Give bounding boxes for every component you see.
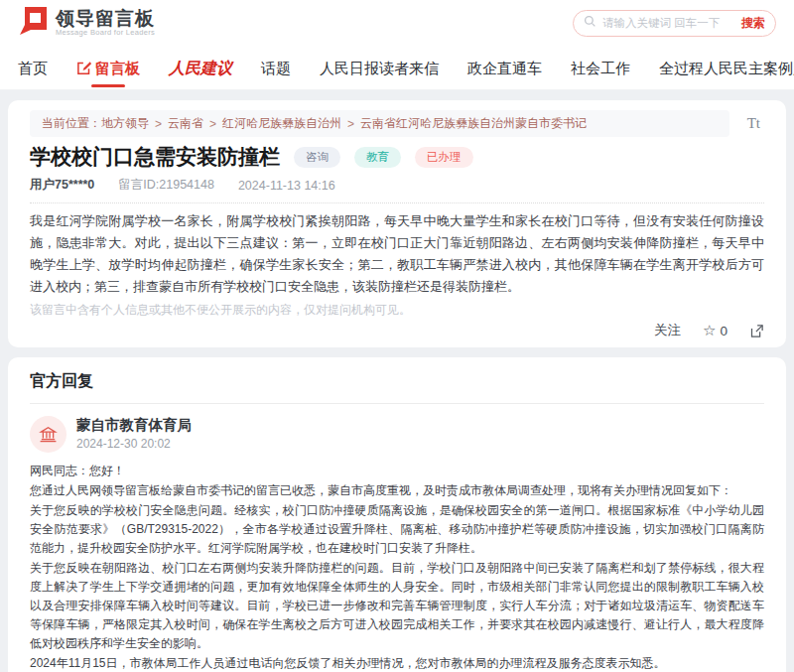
nav-item-gov-business-line[interactable]: 政企直通车	[467, 46, 542, 89]
government-building-icon	[39, 425, 58, 444]
reply-paragraph: 关于您反映在朝阳路边、校门口左右两侧均安装升降防撞栏的问题。目前，学校门口及朝阳…	[30, 559, 764, 653]
star-count: 0	[720, 324, 728, 338]
reply-paragraph: 2024年11月15日，市教体局工作人员通过电话向您反馈了相关办理情况，您对市教…	[30, 654, 764, 672]
star-icon: ☆	[703, 322, 716, 339]
speech-bubble-logo-icon	[18, 6, 48, 40]
reply-date: 2024-12-30 20:02	[76, 437, 192, 451]
logo-subtitle: Message Board for Leaders	[56, 28, 155, 37]
message-date: 2024-11-13 14:16	[238, 179, 335, 193]
share-button[interactable]	[749, 324, 764, 338]
breadcrumb-link-honghe[interactable]: 红河哈尼族彝族自治州	[222, 115, 341, 132]
message-title: 学校校门口急需安装防撞栏	[30, 144, 280, 170]
message-user: 用户75****0	[30, 177, 94, 194]
pencil-square-icon	[76, 61, 91, 75]
message-body: 我是红河学院附属学校一名家长，附属学校校门紧挨朝阳路，每天早中晚大量学生和家长在…	[30, 210, 764, 298]
status-badge: 已办理	[415, 147, 473, 168]
breadcrumb-link-mengzi-secretary[interactable]: 云南省红河哈尼族彝族自治州蒙自市委书记	[360, 115, 587, 132]
tag-field: 教育	[354, 147, 401, 168]
search-box: 搜索	[573, 10, 776, 37]
agency-avatar	[30, 416, 66, 453]
nav-item-social-work[interactable]: 社会工作	[571, 46, 630, 89]
breadcrumb-row: 当前位置： 地方领导 > 云南省 > 红河哈尼族彝族自治州 > 云南省红河哈尼族…	[30, 110, 764, 137]
breadcrumb-link-local-leaders[interactable]: 地方领导	[101, 115, 149, 132]
nav-item-people-suggestions[interactable]: 人民建议	[169, 46, 232, 89]
breadcrumb-separator: >	[347, 117, 354, 131]
logo-title: 领导留言板	[56, 9, 155, 29]
message-card: 当前位置： 地方领导 > 云南省 > 红河哈尼族彝族自治州 > 云南省红河哈尼族…	[8, 100, 786, 347]
divider	[30, 202, 764, 203]
share-icon	[749, 324, 764, 338]
divider	[30, 403, 764, 404]
agency-name: 蒙自市教育体育局	[76, 416, 192, 435]
page-header: 领导留言板 Message Board for Leaders 搜索	[0, 0, 794, 46]
tag-category: 咨询	[294, 147, 340, 168]
message-id: 留言ID:21954148	[118, 177, 214, 194]
nav-item-message-board[interactable]: 留言板	[76, 46, 140, 89]
main-nav: 首页 留言板 人民建议 话题 人民日报读者来信 政企直通车 社会工作 全过程人民…	[0, 46, 794, 90]
nav-item-home[interactable]: 首页	[18, 46, 48, 89]
nav-item-topics[interactable]: 话题	[261, 46, 291, 89]
content-area: 当前位置： 地方领导 > 云南省 > 红河哈尼族彝族自治州 > 云南省红河哈尼族…	[0, 90, 794, 672]
breadcrumb-link-yunnan[interactable]: 云南省	[168, 115, 203, 132]
breadcrumb-separator: >	[155, 117, 162, 131]
search-input[interactable]	[602, 17, 735, 29]
search-button[interactable]: 搜索	[741, 15, 765, 32]
reply-paragraph: 关于您反映的学校校门安全隐患问题。经核实，校门口防冲撞硬质隔离设施，是确保校园安…	[30, 501, 764, 558]
reply-body: 网民同志：您好！ 您通过人民网领导留言板给蒙自市委书记的留言已收悉，蒙自市高度重…	[30, 462, 764, 672]
nav-item-democracy-cases[interactable]: 全过程人民民主案例库	[659, 46, 794, 89]
star-button[interactable]: ☆ 0	[703, 322, 728, 339]
reply-paragraph: 您通过人民网领导留言板给蒙自市委书记的留言已收悉，蒙自市高度重视，及时责成市教体…	[30, 481, 764, 500]
reply-paragraph: 网民同志：您好！	[30, 462, 764, 480]
text-size-icon[interactable]: Tt	[743, 115, 764, 132]
reply-section-title: 官方回复	[30, 367, 764, 392]
nav-item-reader-letters[interactable]: 人民日报读者来信	[320, 46, 439, 89]
official-reply-card: 官方回复 蒙自市教育体育局 2024-12-30 20:02 网民	[8, 357, 786, 672]
breadcrumb-label: 当前位置：	[42, 115, 101, 132]
search-icon	[584, 14, 596, 32]
follow-button[interactable]: 关注	[654, 322, 681, 339]
breadcrumb: 当前位置： 地方领导 > 云南省 > 红河哈尼族彝族自治州 > 云南省红河哈尼族…	[30, 110, 729, 137]
site-logo[interactable]: 领导留言板 Message Board for Leaders	[18, 6, 155, 40]
message-actions: 关注 ☆ 0	[30, 322, 764, 339]
breadcrumb-separator: >	[209, 117, 216, 131]
reply-header: 蒙自市教育体育局 2024-12-30 20:02	[30, 416, 764, 453]
message-meta: 用户75****0 留言ID:21954148 2024-11-13 14:16	[30, 177, 764, 194]
privacy-disclaimer: 该留言中含有个人信息或其他不便公开展示的内容，仅对提问机构可见。	[30, 302, 764, 319]
